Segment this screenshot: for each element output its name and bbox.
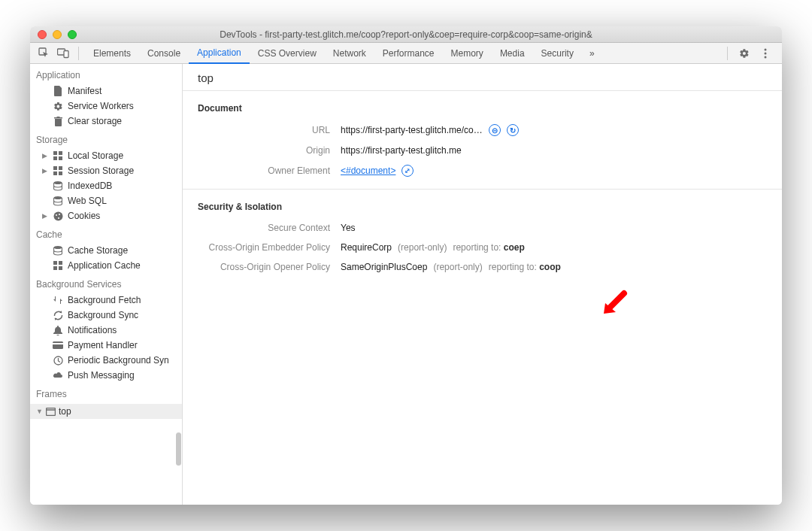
secure-value: Yes <box>341 223 356 233</box>
sidebar-item-notifications[interactable]: Notifications <box>30 323 182 338</box>
label: Local Storage <box>68 150 123 161</box>
chevron-right-icon: ▶ <box>42 212 48 220</box>
secure-label: Secure Context <box>183 223 341 233</box>
label: Application Cache <box>68 260 141 271</box>
tab-performance[interactable]: Performance <box>374 43 443 64</box>
origin-value: https://first-party-test.glitch.me <box>341 145 462 156</box>
sidebar-item-periodic-sync[interactable]: Periodic Background Syn <box>30 353 182 368</box>
chevron-right-icon: ▶ <box>42 167 48 174</box>
url-value: https://first-party-test.glitch.me/co… <box>341 125 483 135</box>
svg-rect-22 <box>59 261 62 265</box>
sidebar-item-session-storage[interactable]: ▶Session Storage <box>30 163 182 178</box>
row-url: URL https://first-party-test.glitch.me/c… <box>183 120 782 141</box>
sidebar-item-clear-storage[interactable]: Clear storage <box>30 114 182 129</box>
section-storage: Storage <box>30 129 182 148</box>
sidebar-item-cookies[interactable]: ▶Cookies <box>30 208 182 223</box>
grid-icon <box>53 165 63 176</box>
section-background: Background Services <box>30 273 182 293</box>
sidebar-item-application-cache[interactable]: Application Cache <box>30 258 182 273</box>
label: Cookies <box>68 211 100 221</box>
svg-rect-7 <box>59 151 62 155</box>
label: Clear storage <box>68 116 122 126</box>
owner-link[interactable]: <#document> <box>341 165 395 176</box>
minimize-icon[interactable] <box>53 30 62 39</box>
svg-rect-25 <box>53 341 63 349</box>
svg-point-5 <box>765 56 767 58</box>
tab-elements[interactable]: Elements <box>85 43 139 64</box>
section-cache: Cache <box>30 223 182 243</box>
coep-mode: (report-only) <box>398 242 447 253</box>
coep-label: Cross-Origin Embedder Policy <box>183 242 341 253</box>
separator <box>727 47 728 60</box>
row-owner: Owner Element <#document> ⤢ <box>183 160 782 181</box>
open-url-icon[interactable]: ↻ <box>507 124 519 136</box>
device-toggle-icon[interactable] <box>54 45 72 62</box>
tab-console[interactable]: Console <box>139 43 189 64</box>
row-secure: Secure Context Yes <box>183 218 782 238</box>
label: Payment Handler <box>68 340 138 350</box>
doc-section-header: Document <box>183 91 782 120</box>
manifest-icon <box>53 86 63 96</box>
reveal-element-icon[interactable]: ⤢ <box>401 165 414 177</box>
svg-point-4 <box>765 52 767 54</box>
row-origin: Origin https://first-party-test.glitch.m… <box>183 141 782 160</box>
tab-css-overview[interactable]: CSS Overview <box>250 43 325 64</box>
more-tabs-icon[interactable]: » <box>582 43 602 64</box>
frame-title: top <box>183 64 782 91</box>
tab-application[interactable]: Application <box>189 43 250 64</box>
sidebar-item-local-storage[interactable]: ▶Local Storage <box>30 148 182 163</box>
bell-icon <box>53 325 63 335</box>
section-application: Application <box>30 64 182 83</box>
row-coep: Cross-Origin Embedder Policy RequireCorp… <box>183 238 782 257</box>
sidebar-item-cache-storage[interactable]: Cache Storage <box>30 243 182 258</box>
inspect-element-icon[interactable] <box>35 45 53 62</box>
svg-rect-9 <box>59 156 62 160</box>
grid-icon <box>53 260 63 271</box>
maximize-icon[interactable] <box>68 30 77 39</box>
settings-icon[interactable] <box>735 45 753 62</box>
label: Service Workers <box>68 101 134 111</box>
window-title: DevTools - first-party-test.glitch.me/co… <box>30 29 782 40</box>
url-label: URL <box>183 125 341 135</box>
transfer-icon <box>53 295 63 305</box>
sidebar-item-indexeddb[interactable]: IndexedDB <box>30 178 182 193</box>
trash-icon <box>53 116 63 126</box>
sidebar-item-payment[interactable]: Payment Handler <box>30 338 182 353</box>
label: Web SQL <box>68 196 107 206</box>
sec-section-header: Security & Isolation <box>183 190 782 218</box>
chevron-down-icon: ▼ <box>36 408 43 415</box>
sidebar-item-bg-fetch[interactable]: Background Fetch <box>30 293 182 308</box>
label: Session Storage <box>68 165 134 176</box>
svg-point-3 <box>765 48 767 50</box>
sync-icon <box>53 310 63 320</box>
sidebar-item-manifest[interactable]: Manifest <box>30 83 182 99</box>
svg-rect-13 <box>59 171 62 175</box>
sidebar-item-push[interactable]: Push Messaging <box>30 368 182 383</box>
scrollbar-thumb[interactable] <box>176 432 181 466</box>
origin-label: Origin <box>183 145 341 156</box>
devtools-toolbar: Elements Console Application CSS Overvie… <box>30 43 782 64</box>
svg-rect-10 <box>53 166 57 170</box>
sidebar-item-frame-top[interactable]: ▼ top <box>30 404 182 419</box>
tab-network[interactable]: Network <box>325 43 374 64</box>
sidebar-item-websql[interactable]: Web SQL <box>30 193 182 208</box>
clock-icon <box>53 355 63 366</box>
panel-tabs: Elements Console Application CSS Overvie… <box>85 43 721 64</box>
tab-media[interactable]: Media <box>492 43 533 64</box>
svg-point-15 <box>54 196 62 199</box>
devtools-window: DevTools - first-party-test.glitch.me/co… <box>30 26 782 505</box>
separator <box>78 47 79 60</box>
svg-rect-6 <box>53 151 57 155</box>
more-options-icon[interactable] <box>756 45 774 62</box>
svg-rect-26 <box>53 343 63 344</box>
sidebar-item-service-workers[interactable]: Service Workers <box>30 99 182 114</box>
close-icon[interactable] <box>38 30 47 39</box>
tab-memory[interactable]: Memory <box>443 43 492 64</box>
label: Background Fetch <box>68 295 141 305</box>
traffic-lights <box>30 30 77 39</box>
tab-security[interactable]: Security <box>533 43 582 64</box>
label: Push Messaging <box>68 370 135 381</box>
section-frames: Frames <box>30 383 182 402</box>
copy-url-icon[interactable]: ⊝ <box>489 124 501 136</box>
sidebar-item-bg-sync[interactable]: Background Sync <box>30 308 182 323</box>
